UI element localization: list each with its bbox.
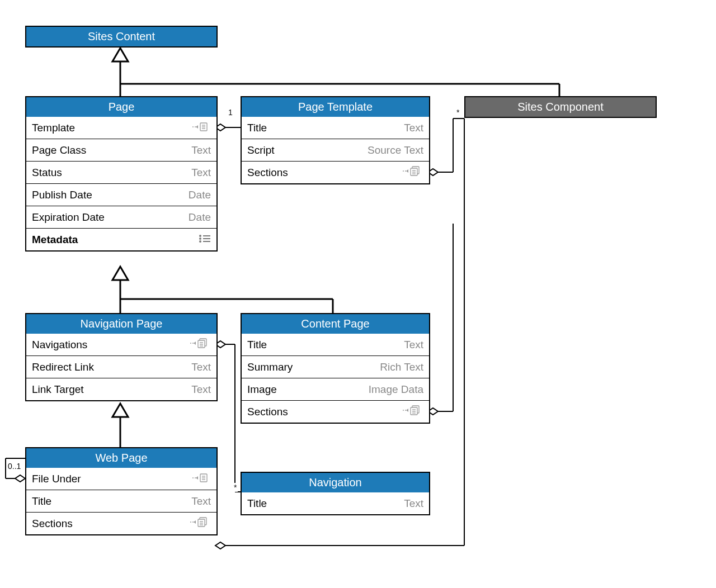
class-page-template-rows: TitleTextScriptSource TextSections (242, 117, 429, 183)
attr-name: Navigations (32, 339, 87, 351)
class-sites-content-title: Sites Content (26, 27, 216, 46)
svg-point-29 (199, 235, 201, 237)
attr-row: ImageImage Data (242, 378, 429, 400)
class-page-template-title: Page Template (242, 97, 429, 117)
attr-row: Sections (26, 512, 216, 534)
attr-type: Text (191, 361, 211, 373)
attr-row: Navigations (26, 334, 216, 355)
attr-row: SummaryRich Text (242, 355, 429, 378)
attr-row: Expiration DateDate (26, 206, 216, 228)
attr-row: Template (26, 117, 216, 139)
attr-name: Template (32, 122, 75, 134)
attr-name: Image (247, 383, 277, 396)
attr-type: Text (191, 167, 211, 179)
class-content-page: Content Page TitleTextSummaryRich TextIm… (241, 313, 430, 424)
class-sites-component-title: Sites Component (465, 97, 656, 117)
attr-type: Date (189, 211, 211, 224)
attr-row: Publish DateDate (26, 183, 216, 206)
svg-rect-33 (203, 238, 210, 239)
attr-name: Metadata (32, 234, 78, 246)
class-page: Page TemplatePage ClassTextStatusTextPub… (25, 96, 218, 252)
attr-name: Status (32, 167, 62, 179)
class-content-page-rows: TitleTextSummaryRich TextImageImage Data… (242, 334, 429, 423)
attr-name: Link Target (32, 383, 84, 396)
class-web-page-rows: File UnderTitleTextSections (26, 468, 216, 534)
class-web-page: Web Page File UnderTitleTextSections (25, 447, 218, 535)
class-page-rows: TemplatePage ClassTextStatusTextPublish … (26, 117, 216, 250)
class-sites-content: Sites Content (25, 26, 218, 48)
mult-sections-star-1: * (455, 108, 460, 117)
attr-row: Redirect LinkText (26, 355, 216, 378)
class-page-title: Page (26, 97, 216, 117)
attr-type: Text (404, 339, 423, 351)
attr-type: Text (191, 383, 211, 396)
attr-row: File Under (26, 468, 216, 490)
class-sites-component: Sites Component (464, 96, 657, 118)
attr-row: TitleText (242, 492, 429, 514)
attr-type: Source Text (368, 144, 423, 157)
class-navigation-title: Navigation (242, 473, 429, 492)
attr-type: Rich Text (380, 361, 423, 373)
svg-point-31 (199, 240, 201, 243)
attr-row: Link TargetText (26, 378, 216, 400)
class-navigation: Navigation TitleText (241, 472, 430, 515)
attr-name: Expiration Date (32, 211, 105, 224)
class-navigation-page: Navigation Page NavigationsRedirect Link… (25, 313, 218, 401)
attr-name: Title (247, 122, 267, 134)
attr-type: Date (189, 189, 211, 201)
reference-many-icon (402, 166, 423, 179)
attr-name: File Under (32, 473, 81, 485)
attr-row: Sections (242, 161, 429, 183)
attr-row: TitleText (242, 117, 429, 139)
svg-rect-32 (203, 235, 210, 236)
attr-row: Sections (242, 400, 429, 423)
diagram-canvas: 1 * * 0..1 Sites Content Sites Component… (0, 0, 716, 588)
attr-name: Title (247, 339, 267, 351)
attr-row: StatusText (26, 161, 216, 183)
reference-many-icon (402, 405, 423, 418)
reference-one-icon (192, 473, 211, 485)
attr-name: Sections (32, 518, 73, 530)
attr-row: TitleText (242, 334, 429, 355)
attr-type: Text (404, 497, 423, 510)
attr-name: Sections (247, 406, 288, 418)
dictionary-icon (199, 234, 211, 246)
attr-name: Title (32, 495, 51, 508)
mult-nav-star: * (233, 483, 238, 492)
attr-row: Page ClassText (26, 139, 216, 161)
mult-fileunder-01: 0..1 (7, 462, 22, 471)
attr-name: Title (247, 497, 267, 510)
attr-row: TitleText (26, 490, 216, 512)
attr-type: Text (191, 495, 211, 508)
attr-name: Script (247, 144, 275, 157)
class-web-page-title: Web Page (26, 448, 216, 468)
class-page-template: Page Template TitleTextScriptSource Text… (241, 96, 430, 184)
attr-type: Text (191, 144, 211, 157)
class-content-page-title: Content Page (242, 314, 429, 334)
reference-one-icon (192, 122, 211, 134)
reference-many-icon (190, 517, 211, 530)
attr-name: Redirect Link (32, 361, 94, 373)
attr-name: Sections (247, 167, 288, 179)
attr-name: Summary (247, 361, 293, 373)
attr-row: ScriptSource Text (242, 139, 429, 161)
svg-rect-34 (203, 241, 210, 242)
attr-type: Text (404, 122, 423, 134)
attr-row: Metadata (26, 228, 216, 250)
mult-page-template-1: 1 (227, 108, 234, 117)
class-navigation-rows: TitleText (242, 492, 429, 514)
class-navigation-page-title: Navigation Page (26, 314, 216, 334)
reference-many-icon (190, 338, 211, 351)
class-navigation-page-rows: NavigationsRedirect LinkTextLink TargetT… (26, 334, 216, 400)
svg-point-30 (199, 238, 201, 240)
attr-name: Publish Date (32, 189, 92, 201)
attr-type: Image Data (369, 383, 423, 396)
attr-name: Page Class (32, 144, 86, 157)
